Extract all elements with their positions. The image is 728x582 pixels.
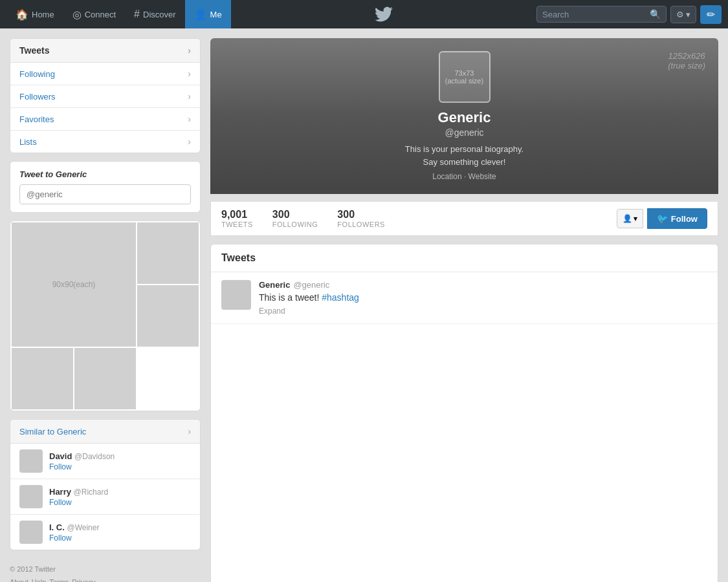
top-nav: 🏠 Home ◎ Connect # Discover 👤 Me 🔍: [0, 0, 728, 28]
footer-copyright: © 2012 Twitter: [10, 565, 56, 573]
photo-cell-1: [137, 222, 199, 284]
nav-discover-label: Discover: [143, 10, 176, 19]
photo-cell-2: [137, 285, 199, 347]
tweet-text: This is a tweet! #hashtag: [259, 292, 707, 305]
profile-handle: @generic: [445, 127, 483, 138]
following-label: FOLLOWING: [272, 221, 318, 228]
similar-user-3: I. C. @Weiner Follow: [10, 515, 200, 550]
sidebar-lists-label: Lists: [19, 137, 37, 147]
tweets-panel-header: Tweets: [211, 244, 718, 272]
avatar-harry: [19, 485, 43, 508]
similar-user-2: Harry @Richard Follow: [10, 479, 200, 515]
follow-david-button[interactable]: Follow: [49, 462, 115, 471]
stat-tweets: 9,001 TWEETS: [221, 209, 253, 228]
follow-ic-button[interactable]: Follow: [49, 534, 99, 543]
footer: © 2012 Twitter AboutHelpTermsPrivacyBlog…: [10, 558, 201, 582]
stat-followers: 300 FOLLOWERS: [337, 209, 385, 228]
tweet-avatar: [221, 280, 251, 310]
chevron-right-icon: ›: [188, 69, 191, 79]
profile-bio: This is your personal biography. Say som…: [405, 143, 524, 168]
discover-icon: #: [134, 8, 140, 20]
nav-right-actions: 🔍 ⚙ ▾ ✏: [536, 5, 722, 24]
similar-info-david: David @Davidson Follow: [49, 451, 115, 471]
stats-actions: 👤 ▾ 🐦 Follow: [617, 208, 707, 229]
similar-info-harry: Harry @Richard Follow: [49, 487, 108, 507]
followers-count: 300: [337, 209, 355, 221]
nav-discover[interactable]: # Discover: [125, 0, 184, 28]
tweet-item: Generic @generic This is a tweet! #hasht…: [211, 272, 718, 324]
twitter-logo: [231, 5, 536, 23]
tweet-hashtag[interactable]: #hashtag: [322, 292, 359, 303]
tweet-text-before: This is a tweet!: [259, 292, 322, 303]
compose-icon: ✏: [707, 8, 715, 21]
stat-following: 300 FOLLOWING: [272, 209, 318, 228]
person-icon: 👤: [623, 214, 632, 223]
sidebar-tweets-title: Tweets: [19, 45, 49, 56]
follow-harry-button[interactable]: Follow: [49, 498, 108, 507]
tweet-content: Generic @generic This is a tweet! #hasht…: [259, 280, 707, 316]
sidebar-tweets-header: Tweets ›: [10, 39, 200, 63]
banner-size-label: 1252x626 (true size): [668, 51, 705, 70]
main-container: Tweets › Following › Followers › Favorit…: [0, 28, 728, 582]
tweet-author: Generic @generic: [259, 280, 707, 290]
similar-name-row: Harry @Richard: [49, 487, 108, 497]
photo-grid: 90x90 (each): [10, 221, 200, 411]
nav-me[interactable]: 👤 Me: [185, 0, 231, 28]
follow-dropdown-button[interactable]: 👤 ▾: [617, 209, 643, 228]
nav-home-label: Home: [32, 10, 54, 19]
tweet-input[interactable]: [19, 184, 191, 204]
tweet-author-handle: @generic: [293, 280, 329, 290]
avatar-david: [19, 449, 43, 473]
search-input[interactable]: [542, 10, 646, 19]
sidebar-item-favorites[interactable]: Favorites ›: [10, 108, 200, 131]
sidebar-item-lists[interactable]: Lists ›: [10, 131, 200, 153]
chevron-right-icon: ›: [188, 426, 191, 436]
follow-dropdown-arrow: ▾: [634, 214, 637, 223]
stats-bar: 9,001 TWEETS 300 FOLLOWING 300 FOLLOWERS…: [210, 202, 718, 236]
footer-link[interactable]: About: [10, 578, 28, 582]
search-box[interactable]: 🔍: [536, 6, 667, 23]
sidebar-favorites-label: Favorites: [19, 114, 54, 124]
similar-user-1: David @Davidson Follow: [10, 444, 200, 479]
tweet-box-title: Tweet to Generic: [19, 169, 191, 179]
follow-button[interactable]: 🐦 Follow: [647, 208, 707, 229]
similar-header[interactable]: Similar to Generic ›: [10, 420, 200, 444]
tweets-count: 9,001: [221, 209, 247, 221]
photo-cell-3: [12, 348, 73, 409]
photo-cell-4: [74, 348, 136, 409]
me-icon: 👤: [194, 8, 207, 21]
followers-label: FOLLOWERS: [337, 221, 385, 228]
nav-me-label: Me: [210, 10, 222, 19]
tweet-author-name: Generic: [259, 280, 290, 290]
profile-avatar: 73x73 (actual size): [439, 51, 491, 103]
nav-connect[interactable]: ◎ Connect: [63, 0, 125, 28]
sidebar-item-following[interactable]: Following ›: [10, 63, 200, 85]
following-count: 300: [272, 209, 290, 221]
chevron-right-icon: ›: [188, 136, 191, 147]
avatar-ic: [19, 521, 43, 544]
gear-icon: ⚙: [676, 10, 684, 19]
tweets-panel: Tweets Generic @generic This is a tweet!…: [210, 244, 718, 582]
tweet-expand[interactable]: Expand: [259, 307, 707, 316]
nav-home[interactable]: 🏠 Home: [6, 0, 63, 28]
follow-label: Follow: [671, 214, 698, 224]
sidebar-followers-label: Followers: [19, 92, 56, 102]
settings-button[interactable]: ⚙ ▾: [670, 6, 696, 23]
connect-icon: ◎: [72, 8, 82, 21]
similar-name-row: I. C. @Weiner: [49, 523, 99, 532]
chevron-right-icon: ›: [188, 91, 191, 102]
similar-info-ic: I. C. @Weiner Follow: [49, 523, 99, 543]
photo-grid-section: 90x90 (each): [10, 221, 201, 411]
footer-link[interactable]: Privacy: [72, 578, 95, 582]
photo-cell-main: 90x90 (each): [12, 222, 136, 347]
similar-title: Similar to Generic: [19, 427, 86, 436]
search-icon: 🔍: [650, 9, 661, 19]
footer-link[interactable]: Terms: [49, 578, 69, 582]
compose-button[interactable]: ✏: [700, 5, 722, 24]
tweet-box-section: Tweet to Generic: [10, 161, 201, 213]
profile-name: Generic: [438, 109, 491, 126]
footer-link[interactable]: Help: [32, 578, 47, 582]
footer-links: AboutHelpTermsPrivacyBlogStatusAppsResou…: [10, 576, 201, 582]
sidebar-item-followers[interactable]: Followers ›: [10, 85, 200, 108]
follow-icon: 🐦: [657, 213, 668, 224]
